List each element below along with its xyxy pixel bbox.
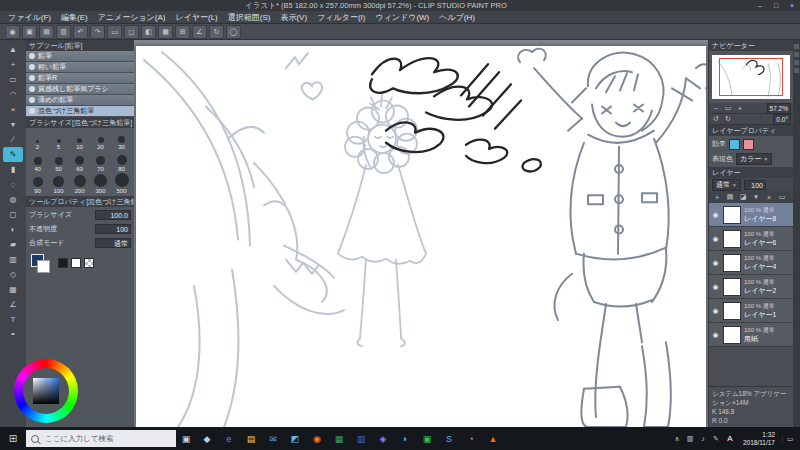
subtool-item[interactable]: 鉛筆 xyxy=(26,51,134,62)
layer-row[interactable]: ◉ 100 % 通常 レイヤー2 xyxy=(709,275,793,299)
tray-icon-volume[interactable]: ♪ xyxy=(698,435,708,443)
brush-size-cell[interactable]: 90 xyxy=(27,173,48,195)
taskbar-app-photos[interactable]: ◩ xyxy=(284,427,306,450)
layer-tool-duplicate[interactable]: ◪ xyxy=(738,193,748,201)
zoom-slider-icon[interactable]: ▭ xyxy=(723,104,733,112)
menu-item[interactable]: 選択範囲(S) xyxy=(223,12,276,23)
expression-color-select[interactable]: カラー ▼ xyxy=(736,153,772,165)
tray-icon-chevron-up[interactable]: ∧ xyxy=(672,435,682,443)
taskbar-search[interactable] xyxy=(26,430,176,447)
ime-indicator[interactable]: A xyxy=(724,434,736,443)
toolbar-icon-deselect[interactable]: ◻ xyxy=(124,25,139,39)
taskbar-app-discord[interactable]: ◈ xyxy=(372,427,394,450)
tool-icon-fill[interactable]: ▰ xyxy=(3,237,23,252)
toolbar-icon-save[interactable]: ▥ xyxy=(56,25,71,39)
rotate-right-icon[interactable]: ↻ xyxy=(723,115,733,123)
brush-size-cell[interactable]: 2 xyxy=(27,129,48,151)
toolbar-icon-account[interactable]: ◯ xyxy=(226,25,241,39)
toolbar-icon-eye[interactable]: ◉ xyxy=(5,25,20,39)
background-color-chip[interactable] xyxy=(37,260,50,273)
layer-row[interactable]: ◉ 100 % 通常 レイヤー8 xyxy=(709,203,793,227)
layer-visibility-icon[interactable]: ◉ xyxy=(711,211,720,219)
tool-icon-move[interactable]: + xyxy=(3,57,23,72)
close-button[interactable]: × xyxy=(784,0,800,11)
brush-size-cell[interactable]: 200 xyxy=(69,173,90,195)
menu-item[interactable]: ファイル(F) xyxy=(3,12,56,23)
taskbar-app-twitter[interactable]: ◗ xyxy=(394,427,416,450)
layer-tool-merge-down[interactable]: ▾ xyxy=(751,193,761,201)
dock-tab[interactable] xyxy=(794,60,799,65)
maximize-button[interactable]: □ xyxy=(768,0,784,11)
toolbar-icon-open[interactable]: ▤ xyxy=(39,25,54,39)
brush-size-cell[interactable]: 20 xyxy=(90,129,111,151)
brush-size-cell[interactable]: 300 xyxy=(90,173,111,195)
tool-icon-shape[interactable]: ◇ xyxy=(3,267,23,282)
tool-icon-eraser[interactable]: ◻ xyxy=(3,207,23,222)
subtool-item[interactable]: 薄めの鉛筆 xyxy=(26,95,134,106)
dock-tab[interactable] xyxy=(794,44,799,49)
taskbar-app-clip-studio[interactable]: ◆ xyxy=(196,427,218,450)
brush-size-cell[interactable]: 10 xyxy=(69,129,90,151)
tool-icon-operation[interactable]: ▲ xyxy=(3,42,23,57)
taskbar-app-skype[interactable]: S xyxy=(438,427,460,450)
taskbar-app-edge[interactable]: e xyxy=(218,427,240,450)
tool-property-value[interactable]: 通常 xyxy=(95,238,131,248)
layer-row[interactable]: ◉ 100 % 通常 レイヤー1 xyxy=(709,299,793,323)
tool-icon-ruler[interactable]: ∠ xyxy=(3,297,23,312)
layer-tool-mask[interactable]: ▭ xyxy=(777,193,787,201)
brush-size-cell[interactable]: 500 xyxy=(111,173,132,195)
dock-tab[interactable] xyxy=(794,68,799,73)
tool-icon-airbrush[interactable]: ◌ xyxy=(3,177,23,192)
subtool-item[interactable]: 質感残し鉛筆風ブラシ xyxy=(26,84,134,95)
layer-property-header[interactable]: レイヤープロパティ xyxy=(709,125,793,136)
white-color-chip[interactable] xyxy=(71,258,81,268)
layer-visibility-icon[interactable]: ◉ xyxy=(711,331,720,339)
menu-item[interactable]: アニメーション(A) xyxy=(93,12,171,23)
toolbar-icon-select[interactable]: ▭ xyxy=(107,25,122,39)
black-color-chip[interactable] xyxy=(58,258,68,268)
toolbar-icon-grid[interactable]: ▦ xyxy=(158,25,173,39)
menu-item[interactable]: ウィンドウ(W) xyxy=(370,12,434,23)
brush-size-cell[interactable]: 40 xyxy=(27,151,48,173)
tool-icon-gradient[interactable]: ▥ xyxy=(3,252,23,267)
layer-row[interactable]: ◉ 100 % 通常 レイヤー4 xyxy=(709,251,793,275)
tool-icon-decoration[interactable]: ◍ xyxy=(3,192,23,207)
taskbar-app-explorer[interactable]: ▤ xyxy=(240,427,262,450)
tone-effect-icon[interactable] xyxy=(743,139,754,150)
layer-visibility-icon[interactable]: ◉ xyxy=(711,235,720,243)
taskbar-app-firefox[interactable]: ◉ xyxy=(306,427,328,450)
tool-icon-pencil[interactable]: ✎ xyxy=(3,147,23,162)
tool-icon-auto-select[interactable]: × xyxy=(3,102,23,117)
subtool-item[interactable]: 粗い鉛筆 xyxy=(26,62,134,73)
taskbar-app-line[interactable]: ▣ xyxy=(416,427,438,450)
brush-size-cell[interactable]: 80 xyxy=(111,151,132,173)
layer-tool-new-folder[interactable]: ▤ xyxy=(725,193,735,201)
start-button[interactable]: ⊞ xyxy=(0,433,26,444)
taskbar-app-excel[interactable]: ▦ xyxy=(328,427,350,450)
toolbar-icon-snap[interactable]: ⊞ xyxy=(175,25,190,39)
brush-size-cell[interactable]: 60 xyxy=(69,151,90,173)
layer-row[interactable]: ◉ 100 % 通常 レイヤー6 xyxy=(709,227,793,251)
layer-tool-delete[interactable]: × xyxy=(764,194,774,201)
brush-size-cell[interactable]: 50 xyxy=(48,151,69,173)
zoom-out-icon[interactable]: − xyxy=(711,105,721,112)
tool-icon-lasso[interactable]: ◠ xyxy=(3,87,23,102)
layer-visibility-icon[interactable]: ◉ xyxy=(711,307,720,315)
taskbar-app-vlc[interactable]: ▲ xyxy=(482,427,504,450)
blend-mode-select[interactable]: 通常 ▼ xyxy=(712,179,741,191)
toolbar-icon-undo[interactable]: ↶ xyxy=(73,25,88,39)
tool-icon-balloon[interactable]: ◓ xyxy=(3,327,23,342)
taskbar-app-steam[interactable]: ◔ xyxy=(460,427,482,450)
task-view-button[interactable]: ▣ xyxy=(176,434,196,444)
tray-icon-pen-device[interactable]: ✎ xyxy=(711,435,721,443)
subtool-item[interactable]: 鉛筆R xyxy=(26,73,134,84)
taskbar-app-word[interactable]: ▥ xyxy=(350,427,372,450)
taskbar-clock[interactable]: 1:32 2018/11/17 xyxy=(739,431,779,447)
action-center-button[interactable]: ▭ xyxy=(782,435,797,443)
menu-item[interactable]: 表示(V) xyxy=(275,12,312,23)
search-input[interactable] xyxy=(43,433,165,444)
layer-tool-new-layer[interactable]: + xyxy=(712,194,722,201)
toolbar-icon-ruler[interactable]: ∠ xyxy=(192,25,207,39)
toolbar-icon-rotate[interactable]: ↻ xyxy=(209,25,224,39)
zoom-in-icon[interactable]: + xyxy=(735,105,745,112)
